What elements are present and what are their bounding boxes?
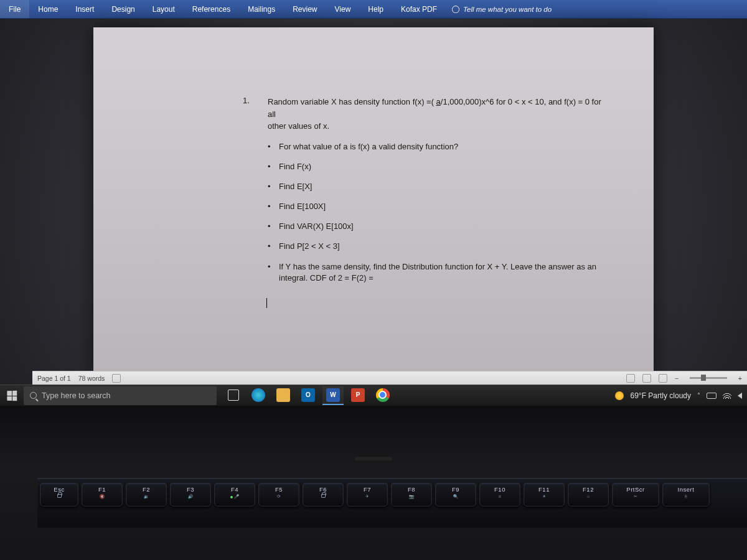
key-f3: F3🔊: [170, 483, 211, 506]
physical-keyboard: Esc F1🔇 F2🔉 F3🔊 F4🎤 F5⟳ F6 F7✈ F8📷 F9🔍 F…: [37, 478, 747, 528]
windows-taskbar: Type here to search O W P 69°F Partly cl…: [0, 385, 747, 406]
key-f8: F8📷: [391, 483, 432, 506]
weather-icon: [615, 391, 624, 400]
text-caret: [266, 298, 267, 308]
key-esc: Esc: [40, 483, 78, 506]
taskbar-explorer[interactable]: [273, 386, 294, 405]
tab-view[interactable]: View: [326, 0, 360, 18]
chrome-icon: [376, 388, 390, 402]
question-bullets: For what value of a is f(x) a valid dens…: [268, 141, 604, 284]
tab-mailings[interactable]: Mailings: [239, 0, 284, 18]
key-f11: F11☀: [524, 483, 565, 506]
bullet-4: Find E[100X]: [268, 201, 604, 212]
bullet-6: Find P[2 < X < 3]: [268, 241, 604, 252]
key-f4: F4🎤: [214, 483, 255, 506]
tab-file[interactable]: File: [0, 0, 29, 18]
tell-me-search[interactable]: Tell me what you want to do: [446, 6, 558, 13]
spellcheck-icon[interactable]: [112, 374, 121, 383]
lock-icon-2: [321, 494, 326, 498]
key-f7: F7✈: [347, 483, 388, 506]
key-f1: F1🔇: [82, 483, 123, 506]
ribbon-tabs: File Home Insert Design Layout Reference…: [0, 0, 747, 19]
task-view-button[interactable]: [223, 386, 244, 405]
key-f6: F6: [303, 483, 344, 506]
powerpoint-icon: P: [351, 388, 365, 402]
task-view-icon: [228, 390, 239, 401]
tab-design[interactable]: Design: [103, 0, 143, 18]
tab-home[interactable]: Home: [29, 0, 67, 18]
tab-references[interactable]: References: [184, 0, 239, 18]
tab-kofax-pdf[interactable]: Kofax PDF: [392, 0, 446, 18]
tab-insert[interactable]: Insert: [67, 0, 103, 18]
q-line2: other values of x.: [268, 121, 329, 131]
key-f5: F5⟳: [258, 483, 299, 506]
search-placeholder: Type here to search: [42, 391, 110, 400]
bullet-5: Find VAR(X) E[100x]: [268, 221, 604, 232]
question-number: 1.: [243, 96, 250, 105]
bullet-7: If Y has the same density, find the Dist…: [268, 261, 604, 284]
taskbar-powerpoint[interactable]: P: [347, 386, 369, 405]
q-part-a: Random variable X has density function f…: [268, 97, 436, 106]
windows-logo-icon: [7, 390, 17, 401]
tell-me-label: Tell me what you want to do: [463, 6, 552, 13]
tray-overflow-icon[interactable]: ˄: [697, 392, 700, 399]
zoom-minus[interactable]: −: [675, 375, 679, 382]
edge-icon: [251, 388, 265, 402]
file-explorer-icon: [276, 388, 290, 402]
taskbar-word[interactable]: W: [322, 386, 344, 405]
status-words[interactable]: 78 words: [78, 375, 105, 382]
tab-help[interactable]: Help: [359, 0, 392, 18]
status-page[interactable]: Page 1 of 1: [37, 375, 71, 382]
lightbulb-icon: [452, 6, 459, 13]
zoom-plus[interactable]: +: [738, 375, 742, 382]
taskbar-outlook[interactable]: O: [298, 386, 319, 405]
bullet-3: Find E[X]: [268, 181, 604, 192]
speaker-icon[interactable]: [738, 393, 742, 399]
key-insert: Insert⎘: [662, 483, 710, 506]
start-button[interactable]: [0, 385, 24, 406]
taskbar-apps: O W P: [223, 386, 393, 405]
q-underline-a: a: [436, 97, 441, 106]
taskbar-edge[interactable]: [248, 386, 269, 405]
system-tray: 69°F Partly cloudy ˄: [610, 391, 747, 400]
lock-icon: [57, 494, 62, 498]
laptop-hinge: [355, 457, 392, 460]
key-prtscr: PrtScr✂: [612, 483, 659, 506]
tab-layout[interactable]: Layout: [144, 0, 184, 18]
key-f2: F2🔉: [126, 483, 167, 506]
physical-desk: Esc F1🔇 F2🔉 F3🔊 F4🎤 F5⟳ F6 F7✈ F8📷 F9🔍 F…: [0, 406, 747, 560]
touch-keyboard-icon[interactable]: [707, 393, 716, 399]
weather-text[interactable]: 69°F Partly cloudy: [630, 391, 691, 400]
zoom-slider[interactable]: [690, 377, 727, 379]
key-f12: F12☼: [568, 483, 609, 506]
bullet-2: Find F(x): [268, 161, 604, 172]
question-text: Random variable X has density function f…: [268, 96, 604, 133]
taskbar-chrome[interactable]: [372, 386, 393, 405]
status-bar: Page 1 of 1 78 words − +: [32, 371, 747, 385]
read-mode-icon[interactable]: [626, 374, 635, 383]
taskbar-search[interactable]: Type here to search: [24, 386, 217, 405]
word-icon: W: [326, 388, 340, 402]
document-page[interactable]: 1. Random variable X has density functio…: [93, 27, 654, 376]
wifi-icon[interactable]: [723, 393, 731, 399]
key-f10: F10⎚: [479, 483, 520, 506]
bullet-1: For what value of a is f(x) a valid dens…: [268, 141, 604, 152]
web-layout-icon[interactable]: [659, 374, 667, 383]
outlook-icon: O: [301, 388, 315, 402]
tab-review[interactable]: Review: [284, 0, 326, 18]
key-f9: F9🔍: [435, 483, 476, 506]
print-layout-icon[interactable]: [642, 374, 651, 383]
search-icon: [30, 392, 37, 399]
